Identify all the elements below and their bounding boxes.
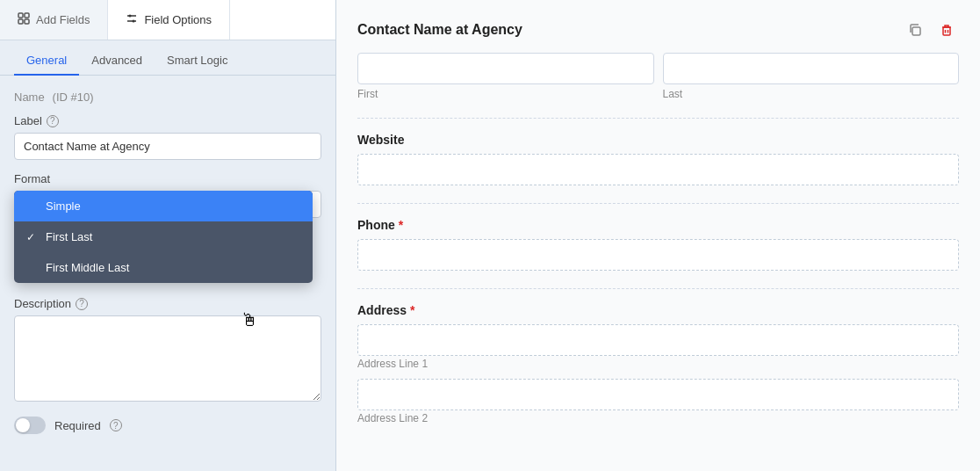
description-help-icon[interactable]: ? (76, 298, 88, 310)
required-help-icon[interactable]: ? (110, 419, 122, 431)
tab-field-options[interactable]: Field Options (108, 0, 230, 40)
svg-rect-3 (25, 19, 29, 24)
first-name-wrap: First (357, 53, 654, 100)
check-icon: ✓ (26, 231, 39, 243)
dropdown-item-first-middle-last-label: First Middle Last (46, 261, 129, 274)
website-label: Website (357, 133, 959, 147)
svg-point-6 (129, 15, 132, 18)
label-text: Label (14, 114, 42, 127)
divider-2 (357, 203, 959, 204)
first-sublabel: First (357, 88, 654, 100)
label-row: Label ? (14, 114, 321, 127)
description-label-row: Description ? (14, 297, 321, 310)
address-line2-sublabel: Address Line 2 (357, 412, 428, 424)
phone-label: Phone * (357, 218, 959, 232)
field-title-actions (903, 18, 959, 42)
tab-add-fields-label: Add Fields (36, 13, 90, 26)
grid-icon (18, 12, 30, 27)
subtab-smart-logic[interactable]: Smart Logic (155, 47, 240, 76)
phone-required-star: * (399, 218, 403, 232)
format-dropdown-menu: Simple ✓ First Last First Middle Last (14, 191, 313, 283)
format-dropdown-container: First Last ▾ Simple ✓ First Last First M… (14, 191, 321, 218)
label-input[interactable] (14, 133, 321, 160)
left-panel: Add Fields Field Options General Advance… (0, 0, 336, 471)
last-sublabel: Last (663, 88, 960, 100)
contact-name-title: Contact Name at Agency (357, 18, 959, 42)
address-line1-input[interactable] (357, 324, 959, 356)
required-toggle[interactable] (14, 417, 46, 434)
dropdown-item-first-middle-last[interactable]: First Middle Last (14, 252, 313, 283)
svg-point-7 (133, 20, 135, 23)
address-group: Address * Address Line 1 Address Line 2 (357, 303, 959, 424)
last-name-wrap: Last (663, 53, 960, 100)
website-input[interactable] (357, 154, 959, 185)
website-group: Website (357, 133, 959, 185)
description-textarea[interactable] (14, 315, 321, 402)
dropdown-item-first-last[interactable]: ✓ First Last (14, 221, 313, 252)
top-tabs-bar: Add Fields Field Options (0, 0, 335, 40)
format-label-text: Format (14, 172, 50, 185)
delete-button[interactable] (934, 18, 959, 42)
tab-field-options-label: Field Options (144, 13, 212, 26)
first-name-input[interactable] (357, 53, 654, 84)
divider-3 (357, 288, 959, 289)
field-name-heading: Name (ID #10) (14, 90, 321, 104)
svg-rect-0 (18, 13, 23, 18)
svg-rect-9 (943, 27, 950, 35)
form-content: Name (ID #10) Label ? Format First Last … (0, 76, 335, 471)
address-line2-input[interactable] (357, 379, 959, 410)
required-row: Required ? (14, 417, 321, 434)
name-fields-row: First Last (357, 53, 959, 100)
dropdown-item-simple-label: Simple (46, 199, 81, 213)
svg-rect-8 (912, 27, 920, 35)
sub-tabs-bar: General Advanced Smart Logic (0, 40, 335, 76)
divider-1 (357, 118, 959, 119)
phone-input[interactable] (357, 239, 959, 271)
dropdown-item-simple[interactable]: Simple (14, 191, 313, 221)
phone-group: Phone * (357, 218, 959, 271)
address-line1-sublabel: Address Line 1 (357, 358, 428, 370)
last-name-input[interactable] (663, 53, 960, 84)
required-label: Required (54, 419, 101, 432)
tab-add-fields[interactable]: Add Fields (0, 0, 108, 40)
sliders-icon (126, 12, 138, 27)
dropdown-item-first-last-label: First Last (46, 230, 92, 243)
subtab-general[interactable]: General (14, 47, 79, 76)
svg-rect-2 (18, 19, 23, 24)
address-label: Address * (357, 303, 959, 317)
address-required-star: * (410, 303, 414, 317)
subtab-advanced[interactable]: Advanced (79, 47, 155, 76)
copy-button[interactable] (903, 18, 927, 42)
label-help-icon[interactable]: ? (47, 115, 59, 127)
description-label-text: Description (14, 297, 71, 310)
toggle-knob (16, 418, 30, 432)
contact-name-group: Contact Name at Agency (357, 18, 959, 100)
svg-rect-1 (25, 13, 29, 18)
right-panel: Contact Name at Agency (336, 0, 980, 471)
format-label-row: Format (14, 172, 321, 185)
